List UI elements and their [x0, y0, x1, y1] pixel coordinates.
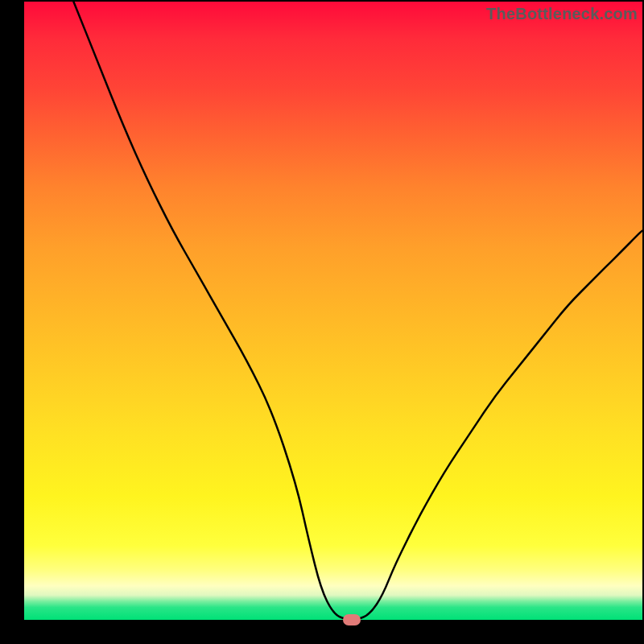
- chart-frame: TheBottleneck.com: [0, 0, 644, 644]
- optimal-point-marker: [343, 614, 361, 625]
- plot-area: TheBottleneck.com: [24, 2, 642, 620]
- bottleneck-curve: [24, 2, 642, 620]
